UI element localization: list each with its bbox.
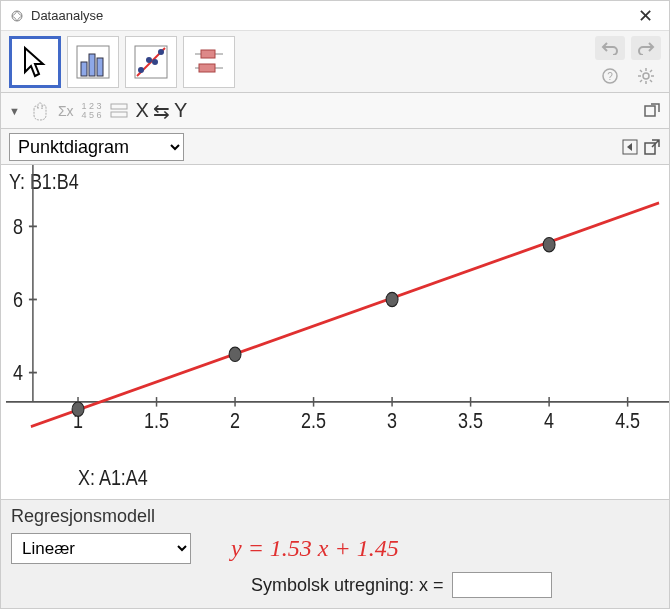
x-tick-label: 3.5 bbox=[458, 409, 483, 433]
window-title: Dataanalyse bbox=[31, 8, 630, 23]
x-axis-label: X bbox=[136, 99, 149, 122]
regression-panel-title: Regresjonsmodell bbox=[11, 506, 659, 527]
close-icon[interactable]: ✕ bbox=[630, 5, 661, 27]
svg-text:?: ? bbox=[607, 71, 613, 82]
svg-point-7 bbox=[138, 67, 144, 73]
app-icon bbox=[9, 8, 25, 24]
svg-line-23 bbox=[650, 80, 652, 82]
svg-rect-14 bbox=[199, 64, 215, 72]
data-point bbox=[386, 292, 398, 306]
svg-point-0 bbox=[12, 11, 22, 21]
x-tick-label: 3 bbox=[387, 409, 397, 433]
x-tick-label: 2 bbox=[230, 409, 240, 433]
svg-rect-3 bbox=[89, 54, 95, 76]
x-tick-label: 4 bbox=[544, 409, 554, 433]
chevron-down-icon[interactable]: ▼ bbox=[9, 99, 20, 123]
external-icon[interactable] bbox=[643, 138, 661, 156]
chart-type-select[interactable]: Punktdiagram bbox=[9, 133, 184, 161]
boxplot-tool[interactable] bbox=[183, 36, 235, 88]
svg-point-10 bbox=[158, 49, 164, 55]
svg-rect-26 bbox=[111, 104, 127, 109]
hand-icon[interactable] bbox=[28, 99, 50, 123]
scatter-icon bbox=[131, 42, 171, 82]
rows-icon[interactable] bbox=[110, 99, 128, 123]
pointer-tool[interactable] bbox=[9, 36, 61, 88]
undo-icon bbox=[601, 41, 619, 55]
data-point bbox=[229, 347, 241, 361]
help-icon: ? bbox=[601, 67, 619, 85]
svg-rect-28 bbox=[645, 106, 655, 116]
svg-point-8 bbox=[146, 57, 152, 63]
svg-point-17 bbox=[643, 73, 649, 79]
y-axis-label: Y bbox=[174, 99, 187, 122]
data-point bbox=[72, 402, 84, 416]
svg-point-9 bbox=[152, 59, 158, 65]
redo-button[interactable] bbox=[631, 36, 661, 60]
x-tick-label: 4.5 bbox=[615, 409, 640, 433]
gear-icon bbox=[637, 67, 655, 85]
y-range-label: Y: B1:B4 bbox=[9, 169, 79, 193]
svg-rect-12 bbox=[201, 50, 215, 58]
regression-line bbox=[31, 203, 659, 427]
x-tick-label: 2.5 bbox=[301, 409, 326, 433]
numbers-icon[interactable]: 1 2 34 5 6 bbox=[82, 99, 102, 123]
y-tick-label: 6 bbox=[13, 287, 23, 311]
xy-display: X ⇆ Y bbox=[136, 99, 188, 123]
plot-area[interactable]: Y: B1:B446811.522.533.544.5X: A1:A4 bbox=[1, 165, 669, 499]
popout-icon[interactable] bbox=[643, 102, 661, 120]
sigma-icon[interactable]: Σx bbox=[58, 99, 74, 123]
y-tick-label: 4 bbox=[13, 360, 23, 384]
undo-button[interactable] bbox=[595, 36, 625, 60]
bar-chart-tool[interactable] bbox=[67, 36, 119, 88]
svg-rect-27 bbox=[111, 112, 127, 117]
scatter-tool[interactable] bbox=[125, 36, 177, 88]
x-range-label: X: A1:A4 bbox=[78, 465, 148, 489]
data-point bbox=[543, 237, 555, 251]
svg-line-25 bbox=[650, 70, 652, 72]
y-tick-label: 8 bbox=[13, 214, 23, 238]
svg-line-24 bbox=[640, 80, 642, 82]
help-button[interactable]: ? bbox=[595, 64, 625, 88]
svg-rect-2 bbox=[81, 62, 87, 76]
symbolic-label: Symbolsk utregning: x = bbox=[251, 575, 444, 596]
settings-button[interactable] bbox=[631, 64, 661, 88]
pointer-icon bbox=[15, 42, 55, 82]
symbolic-input[interactable] bbox=[452, 572, 552, 598]
bar-chart-icon bbox=[73, 42, 113, 82]
svg-line-22 bbox=[640, 70, 642, 72]
x-tick-label: 1.5 bbox=[144, 409, 169, 433]
redo-icon bbox=[637, 41, 655, 55]
regression-equation: y = 1.53 x + 1.45 bbox=[231, 535, 399, 562]
svg-rect-4 bbox=[97, 58, 103, 76]
prev-icon[interactable] bbox=[621, 138, 639, 156]
boxplot-icon bbox=[189, 42, 229, 82]
swap-icon[interactable]: ⇆ bbox=[153, 99, 170, 123]
regression-model-select[interactable]: Lineær bbox=[11, 533, 191, 564]
